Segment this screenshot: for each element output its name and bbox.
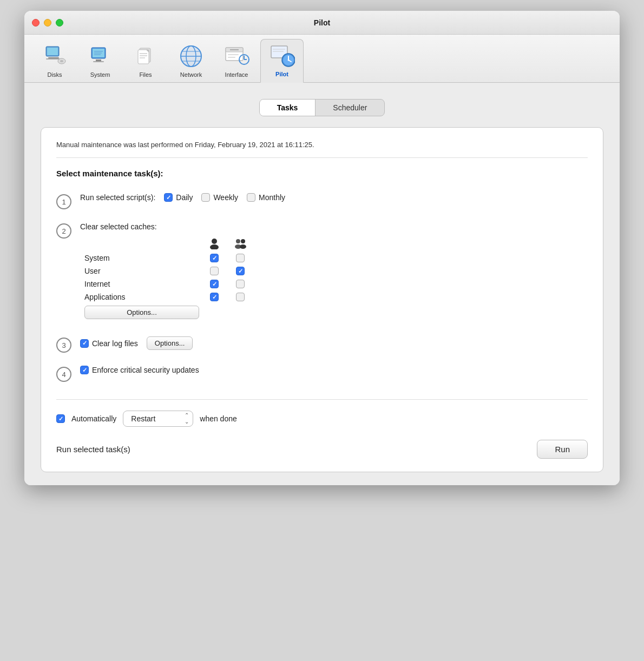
cache-label-internet: Internet [80, 280, 199, 288]
security-checkbox-item[interactable]: Enforce critical security updates [80, 366, 199, 374]
security-label: Enforce critical security updates [92, 366, 199, 374]
task-content-4: Enforce critical security updates [80, 366, 588, 374]
system-icon [87, 43, 113, 69]
pilot-icon [269, 43, 295, 69]
svg-rect-2 [48, 57, 59, 58]
svg-rect-29 [228, 57, 235, 58]
run-button[interactable]: Run [537, 440, 588, 459]
svg-point-42 [210, 244, 219, 249]
toolbar-label-pilot: Pilot [275, 71, 288, 77]
content-panel: Manual maintenance was last performed on… [41, 127, 603, 472]
files-icon [133, 43, 159, 69]
single-user-icon [203, 237, 225, 249]
user-col2-checkbox[interactable] [236, 267, 245, 275]
internet-col2-checkbox[interactable] [236, 280, 245, 288]
bottom-section: Automatically Restart Shutdown Log Out S… [56, 399, 588, 459]
traffic-lights [32, 19, 63, 27]
cache-header [80, 237, 588, 249]
task-row-2: 2 Clear selected caches: [56, 222, 588, 323]
task-inline-3: Clear log files Options... [80, 336, 588, 350]
cache-cb-system-col1[interactable] [203, 254, 225, 262]
svg-rect-12 [93, 61, 104, 62]
daily-label: Daily [176, 193, 193, 202]
weekly-checkbox-item[interactable]: Weekly [201, 193, 238, 202]
applications-col2-checkbox[interactable] [236, 293, 245, 301]
cache-label-system: System [80, 254, 199, 262]
task-row-3: 3 Clear log files Options... [56, 336, 588, 353]
step-badge-2: 2 [56, 223, 71, 239]
task-content-2: Clear selected caches: [80, 222, 588, 323]
run-label: Run selected task(s) [56, 445, 130, 454]
auto-checkbox-item[interactable] [56, 414, 65, 423]
applications-options-button[interactable]: Options... [84, 306, 199, 319]
toolbar-item-network[interactable]: Network [169, 40, 213, 82]
task-row-1: 1 Run selected script(s): Daily Weekly [56, 193, 588, 209]
task-content-3: Clear log files Options... [80, 336, 588, 350]
network-icon [178, 43, 204, 69]
tab-group: Tasks Scheduler [259, 99, 385, 116]
daily-checkbox[interactable] [164, 193, 173, 202]
minimize-button[interactable] [44, 19, 51, 27]
clear-log-checkbox[interactable] [80, 339, 89, 348]
cache-cb-applications-col2[interactable] [229, 293, 251, 301]
toolbar-item-interface[interactable]: Interface [215, 40, 258, 82]
cache-cb-applications-col1[interactable] [203, 293, 225, 301]
task-inline-1: Run selected script(s): Daily Weekly [80, 193, 588, 202]
security-checkbox[interactable] [80, 366, 89, 374]
step-badge-4: 4 [56, 367, 71, 382]
tab-tasks[interactable]: Tasks [260, 100, 316, 116]
interface-icon [224, 43, 249, 69]
run-section: Run selected task(s) Run [56, 440, 588, 459]
auto-checkbox[interactable] [56, 414, 65, 423]
toolbar-item-system[interactable]: System [78, 40, 122, 82]
cache-row-user: User [80, 267, 588, 275]
monthly-checkbox-item[interactable]: Monthly [247, 193, 285, 202]
clear-log-checkbox-item[interactable]: Clear log files [80, 339, 138, 348]
auto-row: Automatically Restart Shutdown Log Out S… [56, 411, 588, 427]
step-badge-3: 3 [56, 338, 71, 353]
task-title-2: Clear selected caches: [80, 222, 157, 231]
svg-point-41 [212, 239, 217, 244]
cache-label-user: User [80, 267, 199, 275]
log-options-button[interactable]: Options... [147, 336, 193, 350]
daily-checkbox-item[interactable]: Daily [164, 193, 193, 202]
maintenance-info: Manual maintenance was last performed on… [56, 141, 588, 149]
toolbar-label-files: Files [139, 71, 152, 78]
monthly-checkbox[interactable] [247, 193, 255, 202]
applications-col1-checkbox[interactable] [210, 293, 219, 301]
cache-cb-internet-col2[interactable] [229, 280, 251, 288]
toolbar-label-network: Network [180, 71, 202, 78]
internet-col1-checkbox[interactable] [210, 280, 219, 288]
maximize-button[interactable] [56, 19, 63, 27]
monthly-label: Monthly [259, 193, 285, 202]
cache-cb-system-col2[interactable] [229, 254, 251, 262]
cache-cb-user-col2[interactable] [229, 267, 251, 275]
weekly-checkbox[interactable] [201, 193, 210, 202]
action-select[interactable]: Restart Shutdown Log Out Sleep Nothing [123, 411, 193, 427]
system-col1-checkbox[interactable] [210, 254, 219, 262]
toolbar-item-files[interactable]: Files [124, 40, 167, 82]
toolbar-item-disks[interactable]: Disks [33, 40, 76, 82]
svg-point-46 [240, 244, 246, 249]
svg-point-43 [236, 239, 240, 243]
svg-point-5 [60, 60, 63, 62]
toolbar-label-disks: Disks [48, 71, 62, 78]
cache-row-system: System [80, 254, 588, 262]
cache-row-internet: Internet [80, 280, 588, 288]
toolbar: Disks System [24, 35, 620, 83]
cache-row-applications: Applications Options... [80, 293, 588, 319]
system-col2-checkbox[interactable] [236, 254, 245, 262]
multi-user-icon [229, 237, 251, 249]
tab-scheduler[interactable]: Scheduler [316, 100, 384, 116]
task-label-2-row: Clear selected caches: [80, 222, 588, 231]
cache-cb-user-col1[interactable] [203, 267, 225, 275]
disks-icon [42, 43, 68, 69]
close-button[interactable] [32, 19, 40, 27]
task-section: 1 Run selected script(s): Daily Weekly [56, 193, 588, 382]
when-done-label: when done [200, 414, 237, 423]
toolbar-item-pilot[interactable]: Pilot [260, 39, 304, 83]
user-col1-checkbox[interactable] [210, 267, 219, 275]
task-content-1: Run selected script(s): Daily Weekly [80, 193, 588, 202]
cache-cb-internet-col1[interactable] [203, 280, 225, 288]
svg-point-24 [181, 46, 201, 67]
